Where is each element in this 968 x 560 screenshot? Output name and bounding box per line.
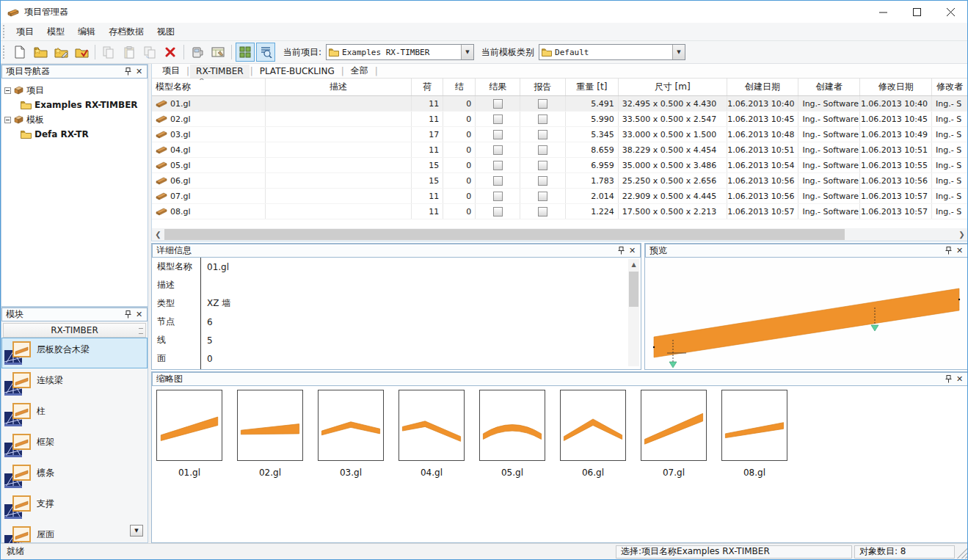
thumbnail-image[interactable] [560, 390, 626, 461]
module-item-2[interactable]: 连续梁 [1, 368, 148, 399]
thumbnail-04-gl[interactable]: 04.gl [399, 390, 465, 478]
tree-node-2[interactable]: 模板 [4, 112, 146, 127]
module-item-5[interactable]: 檩条 [1, 461, 148, 492]
thumbnail-08-gl[interactable]: 08.gl [721, 390, 787, 478]
pin-icon[interactable] [943, 245, 954, 256]
preview-view-toggle[interactable] [256, 43, 275, 62]
current-project-dropdown-button[interactable]: ▼ [461, 45, 473, 59]
report-checkbox[interactable] [538, 192, 547, 201]
results-checkbox[interactable] [493, 192, 503, 201]
column-header-loads[interactable]: 荷 [412, 79, 443, 95]
menu-item-5[interactable]: 视图 [150, 23, 181, 40]
table-row[interactable]: 02.gl1105.99033.500 x 0.500 x 2.5471.06.… [152, 112, 968, 127]
menu-item-4[interactable]: 存档数据 [102, 23, 150, 40]
thumbnails-view-toggle[interactable] [236, 43, 255, 62]
tree-leaf[interactable]: Defa RX-TR [4, 127, 146, 142]
settings-table-button[interactable] [208, 43, 228, 62]
report-checkbox[interactable] [538, 114, 547, 124]
table-row[interactable]: 06.gl1501.78325.250 x 0.500 x 2.6561.06.… [152, 173, 968, 189]
results-checkbox[interactable] [493, 161, 503, 170]
new-project-button[interactable] [31, 43, 50, 62]
module-item-3[interactable]: 柱 [1, 399, 148, 430]
menu-item-1[interactable]: 项目 [10, 23, 40, 40]
details-vertical-scrollbar[interactable]: ▲ [628, 259, 639, 366]
modules-scroll-down-button[interactable]: ▼ [130, 525, 143, 537]
template-category-combobox[interactable]: Default ▼ [539, 44, 685, 60]
column-header-modified[interactable]: 修改日期 [860, 79, 932, 95]
module-item-6[interactable]: 支撑 [1, 492, 148, 523]
thumbnail-image[interactable] [641, 390, 707, 461]
tab--[interactable]: 全部 [345, 63, 374, 79]
module-item-4[interactable]: 框架 [1, 430, 148, 461]
tab-rx-timber[interactable]: RX-TIMBER [190, 65, 250, 78]
tab-plate-buckling[interactable]: PLATE-BUCKLING [254, 65, 341, 78]
table-row[interactable]: 04.gl1108.65938.229 x 0.500 x 4.4541.06.… [152, 142, 968, 158]
table-row[interactable]: 08.gl1101.22417.500 x 0.500 x 2.2131.06.… [152, 204, 968, 219]
table-row[interactable]: 07.gl1102.01422.909 x 0.500 x 4.4451.06.… [152, 189, 968, 204]
pin-icon[interactable] [123, 66, 134, 77]
new-model-button[interactable] [10, 43, 29, 62]
tree-expander[interactable] [4, 87, 11, 94]
table-row[interactable]: 05.gl1506.95935.000 x 0.500 x 3.4861.06.… [152, 158, 968, 173]
report-checkbox[interactable] [538, 145, 547, 155]
table-horizontal-scrollbar[interactable]: ❮ ❯ [152, 228, 968, 241]
module-group-rx-timber[interactable]: RX-TIMBER [3, 323, 146, 338]
results-checkbox[interactable] [493, 176, 503, 186]
edit-project-button[interactable] [51, 43, 70, 62]
menu-item-3[interactable]: 编辑 [71, 23, 102, 40]
close-panel-icon[interactable]: ✕ [954, 374, 965, 385]
scroll-left-arrow[interactable]: ❮ [152, 228, 164, 241]
resize-grip[interactable] [957, 545, 967, 559]
report-checkbox[interactable] [538, 207, 547, 217]
module-item-1[interactable]: 层板胶合木梁 [1, 338, 148, 368]
current-project-combobox[interactable]: Examples RX-TIMBER ▼ [326, 44, 474, 60]
tree-expander[interactable] [4, 117, 11, 123]
column-header-results_checked[interactable]: 结果 [476, 79, 520, 95]
thumbnail-05-gl[interactable]: 05.gl [479, 390, 545, 478]
tree-node-1[interactable]: 项目 [4, 83, 146, 98]
thumbnail-image[interactable] [156, 390, 222, 461]
column-header-desc[interactable]: 描述 [266, 79, 412, 95]
scroll-right-arrow[interactable]: ❯ [956, 228, 968, 241]
paste-button[interactable] [120, 43, 139, 62]
thumbnail-07-gl[interactable]: 07.gl [641, 390, 707, 478]
results-checkbox[interactable] [493, 114, 503, 124]
thumbnail-image[interactable] [237, 390, 303, 461]
scroll-thumb[interactable] [629, 272, 638, 307]
close-panel-icon[interactable]: ✕ [134, 66, 145, 77]
results-checkbox[interactable] [493, 99, 503, 109]
scroll-up-arrow[interactable]: ▲ [628, 259, 639, 270]
close-panel-icon[interactable]: ✕ [954, 245, 965, 256]
menu-item-2[interactable]: 模型 [40, 23, 71, 40]
column-header-dims[interactable]: 尺寸 [m] [619, 79, 727, 95]
close-panel-icon[interactable]: ✕ [134, 309, 145, 320]
thumbnail-image[interactable] [479, 390, 545, 461]
tree-leaf[interactable]: Examples RX-TIMBER [4, 98, 146, 112]
pin-icon[interactable] [123, 309, 134, 320]
table-row[interactable]: 03.gl1705.34533.000 x 0.500 x 1.5001.06.… [152, 127, 968, 142]
scroll-thumb[interactable] [164, 229, 845, 240]
maximize-button[interactable] [900, 1, 934, 23]
table-row[interactable]: 01.gl1105.49132.495 x 0.500 x 4.4301.06.… [152, 96, 968, 112]
column-header-created[interactable]: 创建日期 [727, 79, 799, 95]
scroll-track[interactable] [164, 228, 956, 241]
thumbnail-06-gl[interactable]: 06.gl [560, 390, 626, 478]
close-button[interactable] [934, 1, 967, 23]
thumbnail-01-gl[interactable]: 01.gl [156, 390, 222, 478]
thumbnail-image[interactable] [721, 390, 787, 461]
report-checkbox[interactable] [538, 130, 547, 139]
copy-button[interactable] [99, 43, 118, 62]
set-current-project-button[interactable] [72, 43, 91, 62]
close-panel-icon[interactable]: ✕ [627, 245, 638, 256]
column-header-report_checked[interactable]: 报告 [520, 79, 566, 95]
thumbnail-02-gl[interactable]: 02.gl [237, 390, 303, 478]
column-header-weight[interactable]: 重量 [t] [566, 79, 619, 95]
column-header-modifier[interactable]: 修改者 [932, 79, 968, 95]
report-checkbox[interactable] [538, 161, 547, 170]
results-checkbox[interactable] [493, 130, 503, 139]
column-header-name[interactable]: 模型名称^ [152, 79, 266, 95]
thumbnail-03-gl[interactable]: 03.gl [318, 390, 384, 478]
results-checkbox[interactable] [493, 207, 503, 217]
column-header-creator[interactable]: 创建者 [798, 79, 860, 95]
thumbnail-image[interactable] [399, 390, 465, 461]
